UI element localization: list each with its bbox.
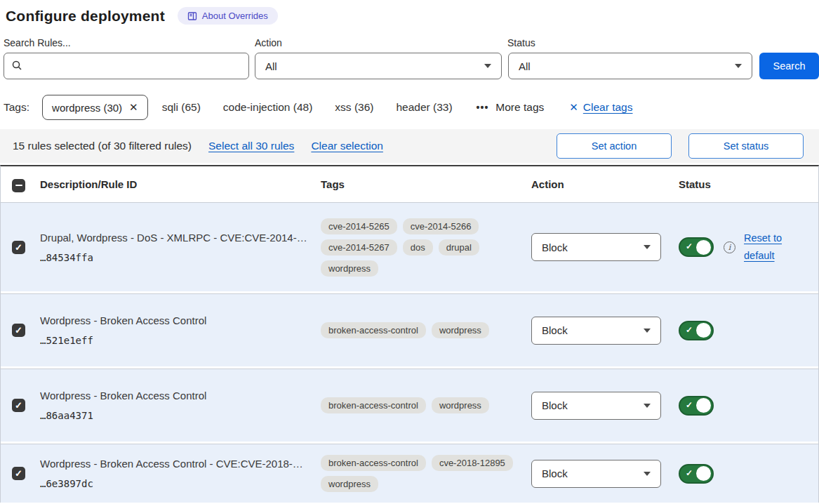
- more-tags-label: More tags: [495, 101, 544, 114]
- action-filter-label: Action: [255, 37, 502, 48]
- tag-filter-list: sqli (65)code-injection (48)xss (36)head…: [162, 101, 453, 114]
- action-select[interactable]: Block: [531, 233, 661, 261]
- clear-selection-link[interactable]: Clear selection: [311, 140, 383, 152]
- info-icon[interactable]: i: [724, 241, 735, 253]
- rule-id: …86aa4371: [40, 410, 307, 421]
- about-overrides-label: About Overrides: [202, 11, 268, 21]
- status-toggle[interactable]: ✓: [679, 396, 714, 416]
- status-filter-value: All: [519, 60, 531, 72]
- tag-pill: broken-access-control: [321, 397, 426, 413]
- table-row: ✓ Wordpress - Broken Access Control …86a…: [1, 369, 818, 442]
- search-button[interactable]: Search: [759, 53, 819, 79]
- tag-list: broken-access-controlwordpress: [321, 322, 517, 338]
- rule-description: Wordpress - Broken Access Control: [40, 314, 307, 326]
- remove-tag-icon[interactable]: ✕: [129, 101, 138, 114]
- rule-id: …6e3897dc: [40, 478, 307, 489]
- tag-pill: wordpress: [432, 397, 489, 413]
- selection-bar: 15 rules selected (of 30 filtered rules)…: [0, 129, 819, 163]
- ellipsis-icon: •••: [477, 102, 489, 113]
- toggle-knob: [696, 466, 711, 481]
- page-title: Configure deployment: [6, 8, 165, 25]
- set-action-button[interactable]: Set action: [557, 133, 672, 159]
- action-select[interactable]: Block: [531, 460, 661, 488]
- status-toggle[interactable]: ✓: [679, 237, 714, 257]
- clear-tags-label: Clear tags: [583, 101, 633, 114]
- rule-description: Wordpress - Broken Access Control - CVE:…: [40, 458, 307, 470]
- selection-summary: 15 rules selected (of 30 filtered rules): [13, 140, 192, 152]
- tag-pill: cve-2014-5266: [403, 218, 479, 234]
- action-value: Block: [542, 399, 568, 411]
- column-status: Status: [672, 178, 818, 190]
- tags-label: Tags:: [4, 101, 29, 114]
- close-icon: ✕: [569, 101, 578, 114]
- clear-tags-button[interactable]: ✕ Clear tags: [569, 101, 632, 114]
- rule-description: Wordpress - Broken Access Control: [40, 390, 307, 402]
- status-toggle[interactable]: ✓: [679, 321, 714, 340]
- row-checkbox[interactable]: ✓: [12, 241, 25, 254]
- selected-tag-label: wordpress (30): [52, 102, 122, 114]
- table-row: ✓ Drupal, Wordpress - DoS - XMLRPC - CVE…: [1, 203, 818, 291]
- rule-id: …521e1eff: [40, 335, 307, 346]
- table-header: Description/Rule ID Tags Action Status: [1, 166, 818, 203]
- tag-pill: drupal: [439, 239, 479, 256]
- about-overrides-badge[interactable]: About Overrides: [178, 7, 278, 25]
- tag-pill: wordpress: [321, 476, 378, 492]
- status-filter-select[interactable]: All: [508, 53, 752, 79]
- page-header: Configure deployment About Overrides: [0, 0, 819, 25]
- tag-pill: wordpress: [432, 322, 489, 338]
- chevron-down-icon: [484, 64, 491, 68]
- tag-pill: broken-access-control: [321, 322, 426, 338]
- action-value: Block: [542, 241, 568, 253]
- rule-id: …84534ffa: [40, 252, 307, 263]
- rule-description: Drupal, Wordpress - DoS - XMLRPC - CVE:C…: [40, 232, 307, 244]
- rules-table: Description/Rule ID Tags Action Status ✓…: [0, 165, 819, 503]
- table-row: ✓ Wordpress - Broken Access Control …521…: [1, 293, 818, 366]
- tag-filter-item[interactable]: xss (36): [335, 101, 373, 114]
- action-value: Block: [542, 467, 568, 479]
- select-all-link[interactable]: Select all 30 rules: [208, 140, 294, 152]
- search-rules-input[interactable]: [28, 60, 241, 72]
- search-rules-label: Search Rules...: [4, 37, 249, 48]
- set-status-button[interactable]: Set status: [688, 133, 804, 159]
- tag-pill: cve-2014-5267: [321, 239, 397, 256]
- toggle-knob: [696, 323, 711, 338]
- row-checkbox[interactable]: ✓: [12, 467, 25, 480]
- action-select[interactable]: Block: [531, 392, 661, 420]
- status-toggle[interactable]: ✓: [679, 464, 714, 484]
- action-filter-value: All: [265, 60, 277, 72]
- status-filter-label: Status: [507, 37, 752, 48]
- status-extra: i Reset to default: [724, 230, 787, 264]
- column-description: Description/Rule ID: [33, 178, 314, 190]
- tag-filter-item[interactable]: header (33): [396, 101, 452, 114]
- chevron-down-icon: [644, 245, 651, 249]
- selected-tag-wordpress[interactable]: wordpress (30) ✕: [42, 95, 148, 120]
- tag-pill: dos: [403, 239, 433, 256]
- tag-pill: wordpress: [321, 260, 378, 277]
- reset-to-default-link[interactable]: Reset to default: [744, 230, 787, 264]
- chevron-down-icon: [735, 64, 742, 68]
- book-icon: [187, 11, 197, 21]
- search-rules-field: [4, 53, 249, 79]
- tags-bar: Tags: wordpress (30) ✕ sqli (65)code-inj…: [0, 79, 819, 120]
- action-filter-select[interactable]: All: [255, 53, 502, 79]
- tag-list: cve-2014-5265cve-2014-5266cve-2014-5267d…: [321, 218, 517, 277]
- action-value: Block: [542, 324, 568, 336]
- filters-row: Search Rules... Action All Status All Se…: [0, 25, 819, 79]
- action-select[interactable]: Block: [531, 317, 661, 345]
- tag-filter-item[interactable]: sqli (65): [162, 101, 201, 114]
- tag-list: broken-access-controlcve-2018-12895wordp…: [321, 455, 517, 492]
- tag-filter-item[interactable]: code-injection (48): [223, 101, 313, 114]
- check-icon: ✓: [686, 400, 693, 410]
- row-checkbox[interactable]: ✓: [12, 324, 25, 337]
- chevron-down-icon: [644, 472, 651, 476]
- tag-pill: cve-2018-12895: [432, 455, 513, 471]
- chevron-down-icon: [644, 404, 651, 408]
- tag-pill: broken-access-control: [321, 455, 426, 471]
- chevron-down-icon: [644, 329, 651, 333]
- check-icon: ✓: [686, 325, 693, 335]
- select-all-checkbox[interactable]: [12, 179, 25, 192]
- toggle-knob: [696, 398, 711, 413]
- row-checkbox[interactable]: ✓: [12, 399, 25, 412]
- tag-list: broken-access-controlwordpress: [321, 397, 517, 413]
- more-tags-button[interactable]: ••• More tags: [477, 101, 545, 114]
